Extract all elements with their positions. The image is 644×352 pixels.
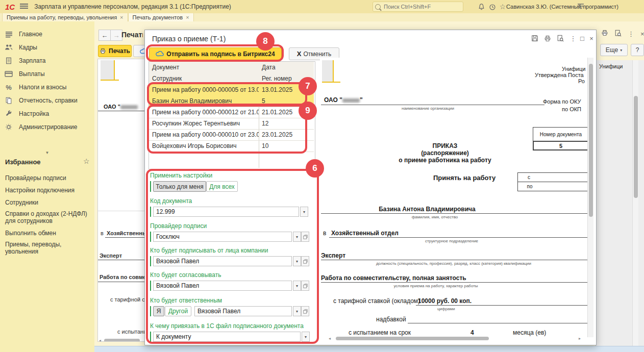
employee-name: Базина Антона Владимировича [320,206,534,213]
date-to-cell: по [517,182,587,191]
sidebar-item-payments[interactable]: Выплаты [0,68,94,80]
sidebar-collapse-arrow[interactable]: ▼ [0,150,94,155]
forward-button[interactable]: → [110,30,122,41]
star-icon[interactable]: ☆ [83,157,90,165]
sidebar: Главное Кадры Зарплата Выплаты % Налоги … [0,21,95,352]
dept-prefix: в [323,230,326,237]
print-button[interactable]: Печать [98,45,132,57]
annotation-rect-6 [146,169,319,344]
search-icon [375,4,381,10]
order-title: ПРИКАЗ [320,142,570,149]
service-menu-icon[interactable] [577,3,585,11]
bonus-label: надбавкой [376,316,406,323]
tab-close-icon[interactable]: × [186,14,189,20]
window-kebab-icon[interactable]: ⋮ [628,30,634,38]
favorite-2ndfl[interactable]: Справки о доходах (2-НДФЛ) для сотрудник… [5,210,91,224]
dept-underline [329,237,587,238]
annotation-badge-9: 9 [299,102,317,120]
sidebar-item-administration[interactable]: Администрирование [0,121,94,133]
bg-underline [105,237,145,238]
bg-underline [98,260,145,260]
sidebar-item-hr[interactable]: Кадры [0,42,94,53]
background-preview-right: Унифици [596,60,644,346]
sidebar-item-reports[interactable]: Отчетность, справки [0,95,94,106]
documents-icon [5,96,13,105]
print-area-marker [322,60,334,82]
close-dialog-icon[interactable]: × [587,34,596,42]
bg-hscrollbar[interactable]: ◂ [99,338,144,342]
print-area-line [101,80,119,81]
gear-icon [5,123,13,131]
bg-underline [98,282,145,282]
employee-underline [321,213,587,214]
probation-label: с испытанием на срок [349,329,411,336]
kebab-menu-icon[interactable]: ⋮ [568,34,578,42]
history-icon[interactable] [487,2,497,11]
window-close-icon[interactable]: × [640,30,644,38]
annotation-badge-8: 8 [256,32,275,51]
print-area-line [322,82,340,83]
favorite-exchange[interactable]: Выполнить обмен [5,230,91,237]
sidebar-item-label: Главное [19,31,42,38]
sidebar-item-settings[interactable]: Настройка [0,108,94,119]
bg-vscrollbar[interactable] [632,60,638,346]
tab-print-documents[interactable]: Печать документов × [128,13,194,21]
search-input[interactable] [383,3,456,10]
salary-value: 10000 руб. 00 коп. [418,297,472,305]
main-menu-icon[interactable] [20,4,28,10]
blurred-org-name [342,98,360,103]
position-value: Эксперт [321,252,345,259]
wrench-icon [5,110,13,118]
sidebar-item-salary[interactable]: Зарплата [0,55,94,66]
restore-window-icon[interactable]: □ [578,34,587,42]
col-document: Документ [149,62,259,73]
sidebar-item-taxes[interactable]: % Налоги и взносы [0,82,94,93]
okud-label: Форма по ОКУ [543,98,581,105]
window-print-icon[interactable] [601,30,608,38]
tab-hires-transfers[interactable]: Приемы на работу, переводы, увольнения × [2,13,128,21]
window-preview-icon[interactable] [614,30,622,38]
tab-label: Приемы на работу, переводы, увольнения [7,14,117,20]
sidebar-item-label: Налоги и взносы [19,84,66,91]
cancel-x-icon: X [297,50,302,58]
table-header-row: Документ Дата [149,62,314,73]
employee-caption: фамилия, имя, отчество [320,215,550,219]
favorite-hires[interactable]: Приемы, переводы, увольнения [5,241,91,255]
chevron-down-icon: ▾ [620,48,622,53]
preview-hscrollbar[interactable]: ◂ ▸ [329,336,584,341]
favorite-connection-settings[interactable]: Настройки подключения [5,187,91,194]
annotation-rect-7 [147,82,307,106]
window-title: Печать документов [121,31,143,40]
sidebar-item-label: Настройка [19,110,49,117]
global-search[interactable] [373,2,463,12]
people-icon [5,43,13,52]
sidebar-item-label: Выплаты [19,70,45,78]
sidebar-item-main[interactable]: Главное [0,29,94,40]
tab-close-icon[interactable]: × [120,14,123,20]
form-header-line3: Ро [578,78,585,84]
doc-number-header-cell: Номер документа [533,127,587,141]
favorite-employees[interactable]: Сотрудники [5,199,91,206]
salary-underline [416,305,587,306]
notifications-icon[interactable] [477,2,486,11]
save-icon[interactable] [530,34,539,42]
okpo-label: по ОКП [562,106,581,112]
order-title3: о приеме работника на работу [320,157,570,164]
favorite-signature-providers[interactable]: Провайдеры подписи [5,174,91,182]
conditions-caption: условия приема на работу, характер работ… [321,284,551,288]
print-button-label: Печать [109,47,130,55]
dialog-title: Приказ о приеме (Т-1) [152,35,226,43]
preview-vscrollbar[interactable] [587,58,593,337]
help-button[interactable]: ? [631,44,644,56]
print-icon[interactable] [543,34,552,42]
printer-icon [100,48,106,54]
window-toolbar-icons: ⋮ × [601,30,644,38]
annotation-badge-7: 7 [299,77,317,95]
print-preview-icon[interactable] [556,34,565,42]
more-button[interactable]: Еще ▾ [600,44,628,56]
form-header-line2: Утверждена Поста [535,72,584,78]
favorites-title: Избранное [5,158,41,166]
current-user[interactable]: Савинская З.Ю. (Системный программист) [506,4,618,10]
back-button[interactable]: ← [98,30,111,41]
bg-org-name: ОАО " [104,104,138,110]
